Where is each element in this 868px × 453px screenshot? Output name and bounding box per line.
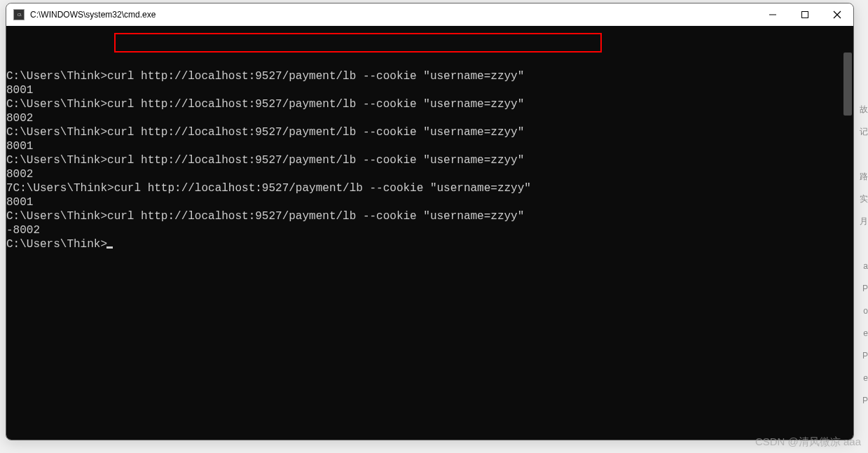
minimize-icon (769, 11, 776, 18)
titlebar[interactable]: C:\WINDOWS\system32\cmd.exe (6, 4, 853, 26)
terminal-line: C:\Users\Think>curl http://localhost:952… (6, 69, 853, 83)
window-title: C:\WINDOWS\system32\cmd.exe (30, 10, 757, 20)
terminal-line: 7C:\Users\Think>curl http://localhost:95… (6, 181, 853, 195)
terminal-line: 8001 (6, 83, 853, 97)
close-icon (833, 11, 841, 19)
terminal-line: 8002 (6, 111, 853, 125)
cursor (106, 246, 113, 249)
terminal-line: C:\Users\Think>curl http://localhost:952… (6, 153, 853, 167)
terminal-line: -8002 (6, 223, 853, 237)
scrollbar-thumb[interactable] (843, 53, 852, 116)
terminal-line: C:\Users\Think> (6, 237, 853, 251)
cmd-icon (13, 9, 25, 20)
highlight-box (114, 33, 602, 53)
terminal-line: C:\Users\Think>curl http://localhost:952… (6, 97, 853, 111)
terminal-area[interactable]: C:\Users\Think>curl http://localhost:952… (6, 26, 853, 440)
background-text: 故记路实月aPoePeP (858, 98, 868, 412)
maximize-button[interactable] (789, 4, 821, 26)
terminal-line: C:\Users\Think>curl http://localhost:952… (6, 209, 853, 223)
maximize-icon (801, 11, 808, 18)
minimize-button[interactable] (757, 4, 789, 26)
close-button[interactable] (821, 4, 853, 26)
terminal-content: C:\Users\Think>curl http://localhost:952… (6, 69, 853, 251)
terminal-line: 8002 (6, 167, 853, 181)
cmd-window: C:\WINDOWS\system32\cmd.exe C:\Users\Thi… (6, 3, 854, 440)
svg-rect-1 (802, 12, 808, 18)
terminal-line: 8001 (6, 139, 853, 153)
terminal-line: C:\Users\Think>curl http://localhost:952… (6, 125, 853, 139)
window-controls (757, 4, 853, 26)
terminal-line: 8001 (6, 195, 853, 209)
